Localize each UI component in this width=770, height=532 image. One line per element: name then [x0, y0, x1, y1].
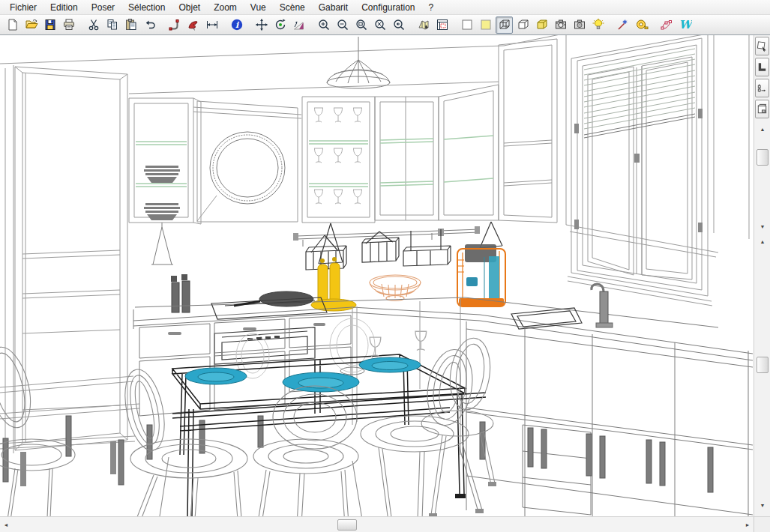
menu-edition[interactable]: Edition: [43, 1, 85, 14]
top-view-button[interactable]: [458, 16, 475, 34]
glass-display-cabinet[interactable]: [129, 98, 201, 265]
wall-corner-button[interactable]: [755, 58, 769, 76]
menu-poser[interactable]: Poser: [85, 1, 121, 14]
edit-points-button[interactable]: [658, 16, 675, 34]
hscroll-right-arrow[interactable]: ►: [742, 519, 754, 531]
knife-block[interactable]: [171, 274, 190, 312]
hscroll-thumb[interactable]: [337, 519, 357, 531]
photo-render-icon: [573, 18, 586, 31]
place-linear-icon: [168, 18, 181, 31]
hscroll-left-arrow[interactable]: ◄: [0, 519, 12, 531]
menu-gabarit[interactable]: Gabarit: [312, 1, 355, 14]
colored-plan-button[interactable]: [477, 16, 494, 34]
dimension-button[interactable]: [203, 16, 220, 34]
winner-logo-button[interactable]: W: [676, 16, 694, 34]
vscroll-upper-thumb[interactable]: [757, 149, 769, 166]
kitchen-sink[interactable]: [511, 308, 582, 329]
menu-scene[interactable]: Scène: [273, 1, 312, 14]
elevation-angle-icon: [292, 18, 306, 31]
tape-measure-button[interactable]: [633, 16, 650, 34]
upper-wall-cabinets[interactable]: [129, 82, 499, 220]
hanging-baskets[interactable]: [306, 229, 451, 270]
cut-icon: [87, 18, 100, 31]
paste-button[interactable]: [122, 16, 139, 34]
round-mirror[interactable]: [193, 101, 301, 222]
oven[interactable]: [214, 327, 315, 364]
chair-left[interactable]: [118, 366, 247, 516]
coffee-machine[interactable]: [457, 222, 505, 306]
paste-icon: [124, 18, 138, 31]
walkthrough-button[interactable]: [415, 16, 432, 34]
menu-fichier[interactable]: Fichier: [3, 1, 43, 14]
vscroll-lower-up-arrow[interactable]: ▲: [757, 236, 769, 247]
vscroll-upper-up-arrow[interactable]: ▲: [757, 124, 769, 134]
main-toolbar: iW: [0, 15, 770, 35]
hidden-line-view-icon: [517, 18, 530, 31]
copy-button[interactable]: [103, 16, 121, 34]
chairs-background[interactable]: [236, 318, 375, 378]
scrollbar-corner: [754, 516, 770, 532]
zoom-out-button[interactable]: [334, 16, 351, 34]
toolbar-separator: [78, 16, 84, 34]
countertop[interactable]: [133, 297, 753, 360]
vscroll-upper-down-arrow[interactable]: ▼: [757, 221, 769, 232]
save-file-icon: [43, 18, 57, 31]
rotate-view-button[interactable]: [271, 16, 289, 34]
chair-far-left[interactable]: [0, 342, 75, 516]
zoom-all-button[interactable]: [371, 16, 388, 34]
vscroll-lower-down-arrow[interactable]: ▼: [757, 500, 769, 510]
colored-plan-icon: [479, 18, 493, 31]
menu-objet[interactable]: Objet: [172, 1, 207, 14]
shaded-view-button[interactable]: [533, 16, 550, 34]
cut-button[interactable]: [85, 16, 102, 34]
photo-render-button[interactable]: [571, 16, 588, 34]
menu-configuration[interactable]: Configuration: [355, 1, 421, 14]
dimension-icon: [205, 18, 219, 31]
place-decoration-button[interactable]: [184, 16, 202, 34]
stacked-plates[interactable]: [144, 166, 180, 220]
textured-render-button[interactable]: [552, 16, 569, 34]
select-sheet-button[interactable]: [755, 37, 769, 55]
info-button[interactable]: i: [228, 16, 245, 34]
undo-icon: [143, 18, 157, 31]
zoom-previous-icon: [392, 18, 406, 31]
chain-dimension-button[interactable]: [755, 79, 769, 97]
menu-zoom[interactable]: Zoom: [207, 1, 244, 14]
viewport-3d[interactable]: [0, 35, 754, 516]
horizontal-scrollbar[interactable]: ◄ ►: [0, 516, 754, 532]
clipboard-button[interactable]: [755, 100, 769, 118]
zoom-window-button[interactable]: [352, 16, 370, 34]
lighting-button[interactable]: [589, 16, 607, 34]
pendant-lamp[interactable]: [327, 37, 390, 88]
vscroll-lower-thumb[interactable]: [757, 357, 769, 373]
save-file-button[interactable]: [41, 16, 58, 34]
hidden-line-view-button[interactable]: [514, 16, 532, 34]
select-sheet-icon: [756, 40, 769, 53]
print-button[interactable]: [60, 16, 77, 34]
move-view-button[interactable]: [253, 16, 270, 34]
undo-button[interactable]: [141, 16, 158, 34]
stemware-cabinet[interactable]: [302, 97, 375, 223]
toolbar-separator: [308, 16, 314, 34]
faucet[interactable]: [592, 284, 613, 327]
new-document-icon: [6, 18, 19, 31]
print-icon: [62, 18, 76, 31]
zoom-previous-button[interactable]: [390, 16, 407, 34]
plan-window-button[interactable]: [433, 16, 451, 34]
new-document-button[interactable]: [4, 16, 21, 34]
winner-logo-icon: W: [679, 18, 692, 31]
menu-selection[interactable]: Sélection: [121, 1, 172, 14]
fruit-bowl[interactable]: [370, 275, 421, 301]
info-icon: i: [230, 18, 244, 31]
wireframe-view-button[interactable]: [496, 16, 513, 34]
menu-bar: Fichier Edition Poser Sélection Objet Zo…: [0, 0, 770, 15]
zoom-in-button[interactable]: [315, 16, 332, 34]
elevation-angle-button[interactable]: [290, 16, 307, 34]
menu-help[interactable]: ?: [422, 1, 441, 14]
place-linear-button[interactable]: [166, 16, 183, 34]
assistant-button[interactable]: [614, 16, 631, 34]
window-with-venetian-blind[interactable]: [568, 35, 712, 306]
corner-tall-cabinet[interactable]: [499, 39, 557, 223]
open-file-button[interactable]: [22, 16, 40, 34]
menu-vue[interactable]: Vue: [244, 1, 273, 14]
